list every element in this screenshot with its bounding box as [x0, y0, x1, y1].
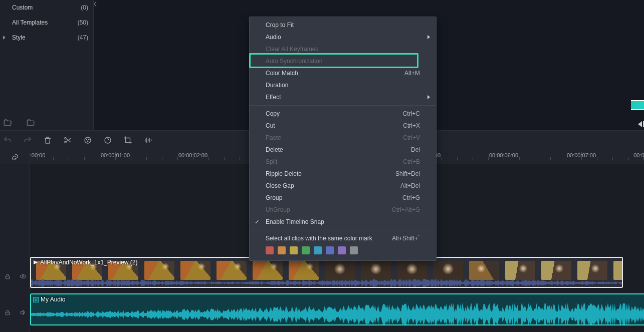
menu-item-label: UnGroup — [266, 206, 290, 213]
link-icon[interactable] — [11, 153, 19, 161]
color-swatch[interactable] — [278, 246, 286, 254]
sidebar-item-all-templates[interactable]: All Templates (50) — [0, 15, 93, 30]
thumbnail — [469, 261, 499, 280]
menu-item-shortcut: Ctrl+Alt+G — [392, 206, 420, 213]
redo-icon[interactable] — [23, 136, 32, 145]
video-clip-title: AllPlayAndNoWork_1x1_Preview (2) — [33, 259, 138, 266]
menu-item[interactable]: PasteCtrl+V — [250, 132, 436, 144]
thumbnail — [253, 261, 283, 280]
preview-clip-fragment — [631, 100, 644, 110]
preview-step-icon[interactable] — [637, 120, 644, 128]
folder-icon[interactable] — [26, 118, 35, 127]
menu-item[interactable]: Close GapAlt+Del — [250, 180, 436, 192]
sidebar-item-style[interactable]: Style (47) — [0, 30, 93, 45]
thumbnail — [541, 261, 571, 280]
sidebar-item-label: All Templates — [12, 19, 48, 26]
menu-item[interactable]: CopyCtrl+C — [250, 108, 436, 120]
menu-item[interactable]: Select all clips with the same color mar… — [250, 232, 436, 244]
sidebar-item-label: Custom — [12, 4, 33, 11]
menu-item-shortcut: Shift+Del — [395, 170, 420, 177]
menu-item-shortcut: Alt+Del — [400, 182, 420, 189]
menu-item-shortcut: Del — [411, 146, 420, 153]
menu-item-label: Copy — [266, 110, 280, 117]
speed-icon[interactable] — [103, 136, 112, 145]
panel-collapse-handle[interactable] — [94, 1, 97, 7]
color-swatch[interactable] — [302, 246, 310, 254]
thumbnail — [325, 261, 355, 280]
thumbnail — [613, 261, 623, 280]
menu-item[interactable]: Crop to Fit — [250, 19, 436, 31]
lock-icon[interactable] — [4, 309, 11, 316]
delete-icon[interactable] — [43, 136, 52, 145]
svg-rect-0 — [4, 121, 11, 125]
speaker-icon[interactable] — [19, 309, 26, 316]
ruler-link-icon-cell — [0, 150, 30, 164]
svg-rect-11 — [6, 312, 10, 314]
thumbnail — [397, 261, 427, 280]
menu-item[interactable]: GroupCtrl+G — [250, 192, 436, 204]
new-folder-icon[interactable] — [3, 118, 12, 127]
color-swatch[interactable] — [314, 246, 322, 254]
menu-item-label: Paste — [266, 134, 281, 141]
menu-item[interactable]: Effect — [250, 91, 436, 103]
menu-item-label: Effect — [266, 94, 281, 101]
color-swatch[interactable] — [338, 246, 346, 254]
video-clip[interactable]: AllPlayAndNoWork_1x1_Preview (2) — [30, 257, 623, 288]
thumbnail — [289, 261, 319, 280]
color-icon[interactable] — [83, 136, 92, 145]
undo-icon[interactable] — [3, 136, 12, 145]
thumbnail — [361, 261, 391, 280]
svg-point-5 — [86, 139, 87, 140]
menu-item-label: Color Match — [266, 70, 298, 77]
audio-clip[interactable]: ♪ My Audio — [30, 293, 644, 325]
menu-item[interactable]: CutCtrl+X — [250, 120, 436, 132]
thumbnail — [217, 261, 247, 280]
menu-item[interactable]: Auto Synchronization — [250, 55, 436, 67]
menu-item-label: Duration — [266, 82, 288, 89]
svg-point-10 — [23, 276, 24, 277]
menu-item[interactable]: UnGroupCtrl+Alt+G — [250, 204, 436, 216]
menu-item-label: Ripple Delete — [266, 170, 302, 177]
menu-item-label: Audio — [266, 34, 281, 41]
play-icon — [33, 260, 38, 265]
sidebar-item-label: Style — [12, 34, 26, 41]
menu-item[interactable]: Color MatchAlt+M — [250, 67, 436, 79]
color-swatch[interactable] — [326, 246, 334, 254]
sidebar: Custom (0) All Templates (50) Style (47) — [0, 0, 94, 130]
menu-item[interactable]: ✓Enable Timeline Snap — [250, 216, 436, 228]
color-swatch[interactable] — [290, 246, 298, 254]
menu-item-shortcut: Ctrl+G — [402, 194, 420, 201]
thumbnail — [144, 261, 174, 280]
color-mark-row — [250, 244, 436, 258]
menu-item-shortcut: Ctrl+V — [403, 134, 420, 141]
sidebar-item-count: (47) — [78, 34, 88, 41]
menu-item-label: Cut — [266, 122, 275, 129]
sidebar-item-custom[interactable]: Custom (0) — [0, 0, 93, 15]
music-note-icon: ♪ — [33, 297, 39, 302]
menu-item[interactable]: SplitCtrl+B — [250, 156, 436, 168]
context-menu: Crop to FitAudioClear All KeyframesAuto … — [249, 17, 437, 261]
audio-adjust-icon[interactable] — [143, 136, 152, 145]
menu-item[interactable]: Ripple DeleteShift+Del — [250, 168, 436, 180]
menu-item-label: Auto Synchronization — [266, 58, 322, 65]
menu-item-shortcut: Alt+M — [404, 70, 420, 77]
split-icon[interactable] — [63, 136, 72, 145]
menu-item-label: Enable Timeline Snap — [266, 218, 324, 225]
menu-item-shortcut: Ctrl+X — [403, 122, 420, 129]
menu-item-label: Select all clips with the same color mar… — [266, 235, 372, 242]
menu-item[interactable]: Duration — [250, 79, 436, 91]
eye-icon[interactable] — [19, 273, 26, 280]
audio-clip-title: ♪ My Audio — [33, 296, 65, 303]
video-audio-waveform — [31, 279, 623, 287]
menu-item-label: Clear All Keyframes — [266, 46, 318, 53]
lock-icon[interactable] — [4, 273, 11, 280]
color-swatch[interactable] — [350, 246, 358, 254]
sidebar-item-count: (0) — [81, 4, 88, 11]
menu-item-label: Split — [266, 158, 277, 165]
crop-icon[interactable] — [123, 136, 132, 145]
menu-item[interactable]: DeleteDel — [250, 144, 436, 156]
menu-item[interactable]: Audio — [250, 31, 436, 43]
menu-item[interactable]: Clear All Keyframes — [250, 43, 436, 55]
color-swatch[interactable] — [266, 246, 274, 254]
svg-rect-1 — [27, 121, 34, 125]
